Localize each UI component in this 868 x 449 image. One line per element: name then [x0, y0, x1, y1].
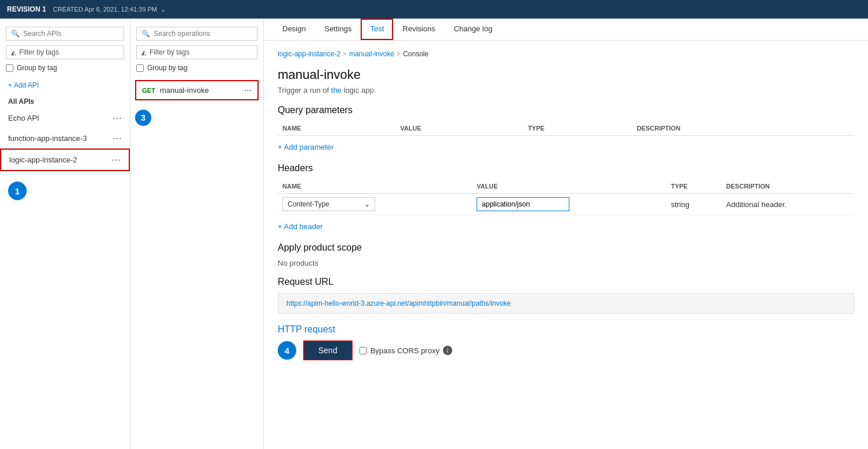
main-layout: 🔍 ◭ Filter by tags Group by tag + Add AP…: [0, 19, 868, 449]
operation-name: manual-invoke: [160, 86, 209, 95]
request-url-title: Request URL: [278, 277, 854, 287]
mid-search-icon: 🔍: [141, 30, 150, 38]
mid-group-by-tag: Group by tag: [136, 64, 257, 72]
breadcrumb-sep1: >: [343, 50, 347, 58]
select-chevron-icon: ⌄: [364, 200, 370, 208]
col-name: NAME: [278, 121, 395, 136]
badge-1: 1: [8, 182, 27, 200]
add-parameter-button[interactable]: + Add parameter: [278, 143, 333, 151]
logic-app-menu-dots[interactable]: ⋯: [111, 154, 121, 165]
operation-title: manual-invoke: [278, 67, 854, 82]
add-api-button[interactable]: + Add API: [0, 78, 130, 93]
header-col-type: TYPE: [666, 179, 721, 194]
headers-title: Headers: [278, 163, 854, 173]
filter-icon: ◭: [11, 49, 16, 56]
chevron-down-icon[interactable]: ⌄: [161, 6, 166, 13]
col-value: VALUE: [395, 121, 523, 136]
search-apis-input[interactable]: [23, 30, 119, 38]
revision-bar: REVISION 1 CREATED Apr 6, 2021, 12:41:39…: [0, 0, 868, 19]
query-params-title: Query parameters: [278, 105, 854, 115]
operation-menu-dots[interactable]: ⋯: [244, 86, 252, 95]
col-description: DESCRIPTION: [632, 121, 854, 136]
badge-3: 3: [135, 110, 151, 126]
all-apis-label: All APIs: [0, 93, 130, 108]
headers-table: NAME VALUE TYPE DESCRIPTION Content-Type…: [278, 179, 854, 215]
group-by-tag-checkbox[interactable]: [6, 64, 13, 72]
send-button[interactable]: Send: [303, 341, 353, 360]
mid-filter-icon: ◭: [141, 49, 146, 56]
breadcrumb-part1[interactable]: logic-app-instance-2: [278, 50, 340, 58]
api-item-function-app[interactable]: function-app-instance-3 ⋯: [0, 128, 130, 149]
tab-revisions[interactable]: Revisions: [393, 19, 444, 40]
bypass-cors-label: Bypass CORS proxy: [371, 346, 440, 355]
header-col-name: NAME: [278, 179, 472, 194]
header-value-input[interactable]: [477, 197, 569, 211]
header-col-value: VALUE: [472, 179, 666, 194]
sidebar-group-by-tag: Group by tag: [6, 64, 124, 72]
tabs: Design Settings Test Revisions Change lo…: [264, 19, 868, 41]
bypass-cors-row: Bypass CORS proxy i: [359, 346, 452, 355]
content-area: Design Settings Test Revisions Change lo…: [264, 19, 868, 449]
tab-test[interactable]: Test: [361, 19, 393, 40]
search-icon: 🔍: [11, 30, 20, 38]
api-item-logic-app[interactable]: logic-app-instance-2 ⋯: [0, 149, 130, 171]
header-desc-cell: Additional header.: [721, 194, 854, 215]
header-type-cell: string: [666, 194, 721, 215]
sidebar: 🔍 ◭ Filter by tags Group by tag + Add AP…: [0, 19, 130, 449]
operation-item-manual-invoke[interactable]: GET manual-invoke ⋯: [135, 80, 259, 100]
mid-search-box: 🔍: [136, 27, 257, 41]
header-col-desc: DESCRIPTION: [721, 179, 854, 194]
tab-design[interactable]: Design: [273, 19, 315, 40]
revision-created: CREATED Apr 6, 2021, 12:41:39 PM ⌄: [53, 6, 166, 13]
revision-tag: REVISION 1: [7, 5, 46, 13]
tab-change-log[interactable]: Change log: [445, 19, 502, 40]
method-badge: GET: [142, 87, 155, 94]
badge-4: 4: [278, 341, 296, 360]
sidebar-filter-box: ◭ Filter by tags: [6, 45, 124, 59]
search-operations-input[interactable]: [154, 30, 252, 38]
http-request-title: HTTP request: [278, 324, 854, 335]
product-scope-title: Apply product scope: [278, 242, 854, 253]
breadcrumb: logic-app-instance-2 > manual-invoke > C…: [278, 50, 854, 58]
api-item-echo[interactable]: Echo API ⋯: [0, 108, 130, 128]
mid-group-by-tag-checkbox[interactable]: [136, 64, 144, 72]
breadcrumb-part3: Console: [403, 50, 428, 58]
request-url-box: https://apim-hello-world-3.azure-api.net…: [278, 293, 854, 314]
query-params-table: NAME VALUE TYPE DESCRIPTION: [278, 121, 854, 136]
breadcrumb-part2[interactable]: manual-invoke: [349, 50, 394, 58]
col-type: TYPE: [523, 121, 632, 136]
function-app-menu-dots[interactable]: ⋯: [112, 133, 122, 144]
add-header-button[interactable]: + Add header: [278, 222, 323, 231]
info-icon[interactable]: i: [443, 346, 452, 355]
sidebar-search-box: 🔍: [6, 27, 124, 41]
no-products-label: No products: [278, 259, 854, 267]
mid-filter-box: ◭ Filter by tags: [136, 45, 257, 59]
tab-settings[interactable]: Settings: [315, 19, 361, 40]
operation-description: Trigger a run of the logic app.: [278, 86, 854, 95]
content-type-select[interactable]: Content-Type ⌄: [282, 197, 375, 211]
echo-api-menu-dots[interactable]: ⋯: [112, 113, 122, 124]
breadcrumb-sep2: >: [397, 50, 401, 58]
send-row: 4 Send Bypass CORS proxy i: [278, 341, 854, 360]
middle-panel: 🔍 ◭ Filter by tags Group by tag GET manu…: [130, 19, 264, 449]
header-row: Content-Type ⌄ string Additional header.: [278, 194, 854, 215]
content-scroll: logic-app-instance-2 > manual-invoke > C…: [264, 41, 868, 449]
bypass-cors-checkbox[interactable]: [359, 347, 367, 354]
